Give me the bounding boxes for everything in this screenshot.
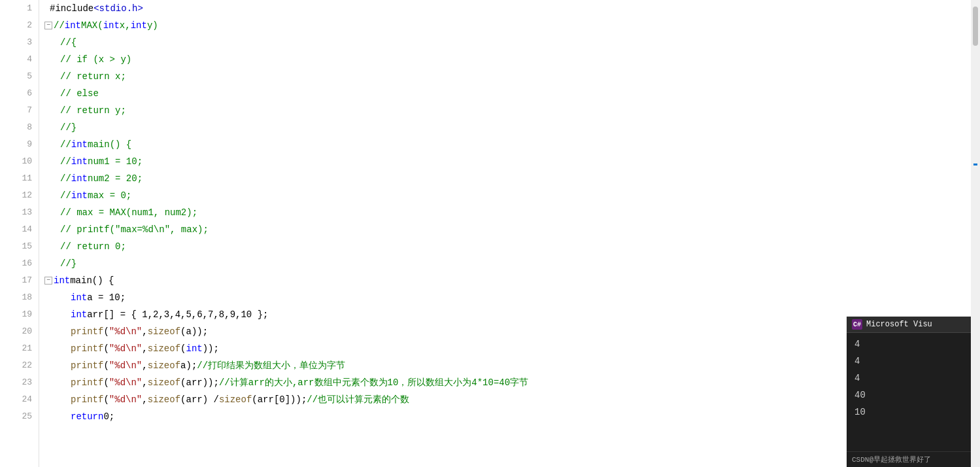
collapse-icon-17[interactable]: − xyxy=(44,277,52,285)
line-num-21: 21 xyxy=(0,340,39,357)
code-line-14: // printf("max=%d\n", max); xyxy=(39,221,980,238)
code-line-23: printf("%d\n", sizeof(arr));//计算arr的大小,a… xyxy=(39,374,980,391)
line-num-13: 13 xyxy=(0,204,39,221)
popup-content: 4 4 4 40 10 xyxy=(847,333,971,451)
line-num-14: 14 xyxy=(0,221,39,238)
line-num-2: 2 xyxy=(0,17,39,34)
popup-footer-text: CSDN@早起拯救世界好了 xyxy=(852,456,931,464)
code-line-2: − //int MAX(int x, int y) xyxy=(39,17,980,34)
line-num-15: 15 xyxy=(0,238,39,255)
code-area: #include <stdio.h> − //int MAX(int x, in… xyxy=(39,0,980,467)
scrollbar-marker xyxy=(973,164,977,165)
output-line-3: 4 xyxy=(854,371,963,385)
line-num-19: 19 xyxy=(0,306,39,323)
code-line-6: // else xyxy=(39,85,980,102)
code-line-17: − int main() { xyxy=(39,272,980,289)
code-line-19: int arr[] = { 1,2,3,4,5,6,7,8,9,10 }; xyxy=(39,306,980,323)
output-line-1: 4 xyxy=(854,337,963,351)
line-numbers: 1 2 3 4 5 6 7 8 9 10 11 12 13 14 15 16 1… xyxy=(0,0,39,467)
code-line-22: printf("%d\n", sizeof a);//打印结果为数组大小，单位为… xyxy=(39,357,980,374)
code-line-9: //int main() { xyxy=(39,136,980,153)
code-line-21: printf("%d\n", sizeof(int)); xyxy=(39,340,980,357)
output-line-5: 10 xyxy=(854,405,963,419)
line-num-22: 22 xyxy=(0,357,39,374)
line-num-16: 16 xyxy=(0,255,39,272)
line-num-5: 5 xyxy=(0,68,39,85)
code-line-20: printf("%d\n", sizeof(a)); xyxy=(39,323,980,340)
code-line-7: // return y; xyxy=(39,102,980,119)
line-num-11: 11 xyxy=(0,170,39,187)
code-line-13: // max = MAX(num1, num2); xyxy=(39,204,980,221)
line-num-12: 12 xyxy=(0,187,39,204)
line-num-8: 8 xyxy=(0,119,39,136)
popup-title-bar: C# Microsoft Visu xyxy=(847,317,971,333)
line-num-4: 4 xyxy=(0,51,39,68)
code-line-15: // return 0; xyxy=(39,238,980,255)
vs-icon: C# xyxy=(852,319,862,330)
popup-footer: CSDN@早起拯救世界好了 xyxy=(847,451,971,467)
scrollbar[interactable] xyxy=(971,0,980,467)
line-num-6: 6 xyxy=(0,85,39,102)
code-line-18: int a = 10; xyxy=(39,289,980,306)
line-num-18: 18 xyxy=(0,289,39,306)
scrollbar-thumb[interactable] xyxy=(973,7,978,46)
output-popup: C# Microsoft Visu 4 4 4 40 10 CSDN@早起拯救世… xyxy=(847,317,971,467)
code-line-16: //} xyxy=(39,255,980,272)
code-line-1: #include <stdio.h> xyxy=(39,0,980,17)
code-line-24: printf("%d\n", sizeof(arr) / sizeof(arr[… xyxy=(39,391,980,408)
line-num-10: 10 xyxy=(0,153,39,170)
output-line-4: 40 xyxy=(854,388,963,402)
line-num-9: 9 xyxy=(0,136,39,153)
code-line-5: // return x; xyxy=(39,68,980,85)
code-line-25: return 0; xyxy=(39,408,980,425)
code-line-3: //{ xyxy=(39,34,980,51)
code-line-11: // int num2 = 20; xyxy=(39,170,980,187)
editor-container: 1 2 3 4 5 6 7 8 9 10 11 12 13 14 15 16 1… xyxy=(0,0,980,467)
line-num-17: 17 xyxy=(0,272,39,289)
line-num-23: 23 xyxy=(0,374,39,391)
collapse-icon-2[interactable]: − xyxy=(44,22,52,29)
code-line-12: // int max = 0; xyxy=(39,187,980,204)
popup-title-text: Microsoft Visu xyxy=(866,320,932,329)
line-num-1: 1 xyxy=(0,0,39,17)
line-num-25: 25 xyxy=(0,408,39,425)
code-line-10: // int num1 = 10; xyxy=(39,153,980,170)
code-line-4: // if (x > y) xyxy=(39,51,980,68)
line-num-24: 24 xyxy=(0,391,39,408)
line-num-3: 3 xyxy=(0,34,39,51)
line-num-20: 20 xyxy=(0,323,39,340)
output-line-2: 4 xyxy=(854,354,963,368)
line-num-7: 7 xyxy=(0,102,39,119)
code-line-8: //} xyxy=(39,119,980,136)
